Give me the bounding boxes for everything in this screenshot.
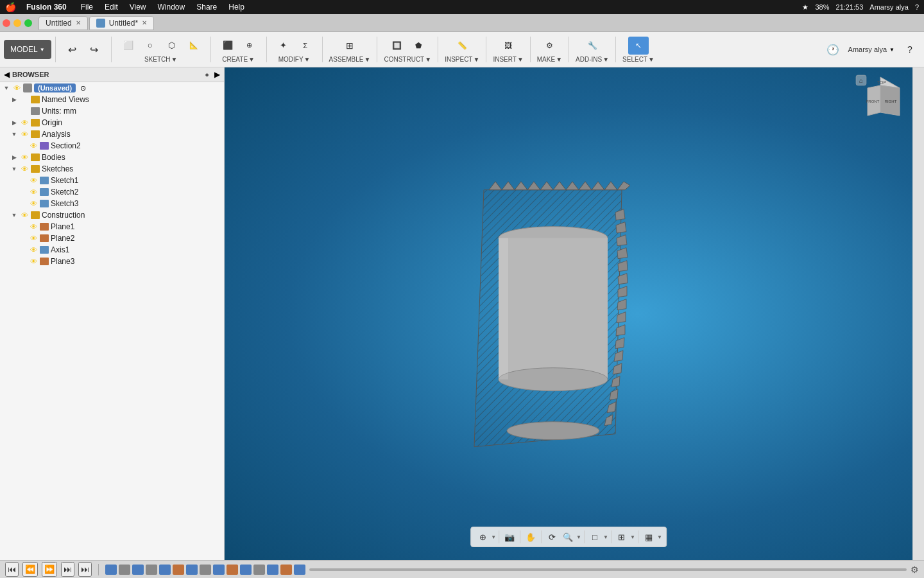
redo-button[interactable]: ↪ [84,40,105,58]
construction-visibility[interactable]: 👁 [20,211,29,220]
tree-item-construction[interactable]: ▼ 👁 Construction [0,209,224,221]
tl-step-2[interactable] [119,565,130,575]
construction-toggle[interactable]: ▼ [10,212,18,218]
tab-active-close-btn[interactable]: ✕ [142,19,147,26]
menu-view[interactable]: View [124,1,151,13]
root-toggle[interactable]: ▼ [3,85,10,91]
make-dropdown-arrow[interactable]: ▼ [556,56,562,63]
sketches-toggle[interactable]: ▼ [10,166,18,172]
inspect-btn-1[interactable]: 📏 [452,37,472,55]
select-btn-1[interactable]: ↖ [628,37,649,55]
plane2-visibility[interactable]: 👁 [29,234,38,243]
assemble-btn-1[interactable]: ⊞ [339,37,360,55]
look-button[interactable]: 📷 [502,529,517,545]
tl-step-11[interactable] [240,565,252,575]
construct-btn-2[interactable]: ⬟ [408,37,429,55]
tl-prev[interactable]: ⏪ [22,562,38,577]
sketch-btn-2[interactable]: ○ [140,37,160,55]
sketch1-visibility[interactable]: 👁 [29,176,38,185]
analysis-visibility[interactable]: 👁 [20,130,29,139]
sketch-btn-1[interactable]: ⬜ [118,37,139,55]
modify-btn-2[interactable]: Σ [295,37,316,55]
named-views-visibility[interactable]: 👁 [20,95,29,104]
tl-step-9[interactable] [213,565,225,575]
nav-cube[interactable]: TOP FRONT RIGHT ⌂ [855,74,906,125]
select-dropdown-arrow[interactable]: ▼ [648,56,654,63]
menu-share[interactable]: Share [191,1,222,13]
timeline-track[interactable] [309,568,907,571]
insert-btn-1[interactable]: 🖼 [498,37,518,55]
window-minimize[interactable] [13,19,21,27]
user-account[interactable]: Amarsy alya [848,46,887,53]
tl-play[interactable]: ⏩ [42,562,57,577]
sketch-dropdown-arrow[interactable]: ▼ [171,56,177,63]
tree-item-bodies[interactable]: ▶ 👁 Bodies [0,152,224,163]
bodies-visibility[interactable]: 👁 [20,153,29,162]
tree-item-analysis[interactable]: ▼ 👁 Analysis [0,128,224,140]
axis1-visibility[interactable]: 👁 [29,245,38,254]
construct-btn-1[interactable]: 🔲 [386,37,407,55]
tl-step-7[interactable] [186,565,198,575]
zoom-dropdown[interactable]: ▼ [576,534,581,540]
tl-step-5[interactable] [159,565,171,575]
tl-step-6[interactable] [173,565,184,575]
origin-visibility[interactable]: 👁 [20,118,29,127]
analysis-toggle[interactable]: ▼ [10,131,18,137]
modify-dropdown-arrow[interactable]: ▼ [304,56,311,63]
tree-item-root[interactable]: ▼ 👁 (Unsaved) ⊙ [0,82,224,94]
tl-step-3[interactable] [132,565,144,575]
grid-button[interactable]: ⊞ [614,529,629,545]
origin-toggle[interactable]: ▶ [10,119,18,126]
display-dropdown[interactable]: ▼ [603,534,608,540]
root-visibility[interactable]: 👁 [12,83,21,92]
sketches-visibility[interactable]: 👁 [20,164,29,173]
addins-btn-1[interactable]: 🔧 [582,37,603,55]
window-close[interactable] [3,19,10,27]
sketch-btn-4[interactable]: 📐 [184,37,204,55]
inspect-dropdown-arrow[interactable]: ▼ [473,56,479,63]
menu-window[interactable]: Window [153,1,191,13]
tab-untitled-active[interactable]: Untitled* ✕ [89,16,154,30]
browser-back-arrow[interactable]: ◀ [4,70,10,79]
tree-item-named-views[interactable]: ▶ 👁 Named Views [0,94,224,105]
tl-step-8[interactable] [200,565,211,575]
create-btn-2[interactable]: ⊕ [239,37,260,55]
tree-item-plane2[interactable]: ▶ 👁 Plane2 [0,232,224,244]
addins-dropdown-arrow[interactable]: ▼ [603,56,609,63]
user-name[interactable]: Amarsy alya [869,3,909,11]
insert-dropdown-arrow[interactable]: ▼ [517,56,524,63]
tab-untitled[interactable]: Untitled ✕ [38,16,88,30]
menu-help[interactable]: Help [223,1,250,13]
create-btn-1[interactable]: ⬛ [218,37,238,55]
tl-skip-start[interactable]: ⏮ [5,562,19,577]
create-dropdown-arrow[interactable]: ▼ [248,56,255,63]
help-icon[interactable]: ? [915,3,919,11]
sketch-btn-3[interactable]: ⬡ [162,37,182,55]
tree-item-section2[interactable]: ▶ 👁 Section2 [0,140,224,152]
env-dropdown[interactable]: ▼ [657,534,662,540]
tree-item-units[interactable]: ▶ 👁 Units: mm [0,105,224,117]
help-button[interactable]: ? [900,40,920,58]
apple-menu[interactable]: 🍎 [5,2,16,12]
tree-item-sketch1[interactable]: ▶ 👁 Sketch1 [0,175,224,186]
sketch2-visibility[interactable]: 👁 [29,188,38,197]
zoom-fit-button[interactable]: ⟳ [544,529,560,545]
tree-item-origin[interactable]: ▶ 👁 Origin [0,117,224,128]
browser-options-button[interactable]: ● [205,71,209,78]
viewport[interactable]: TOP FRONT RIGHT ⌂ ⊕ ▼ 📷 ✋ [225,67,912,560]
orbit-dropdown[interactable]: ▼ [491,534,496,540]
tl-step-12[interactable] [253,565,265,575]
model-mode-button[interactable]: MODEL ▼ [4,40,51,59]
construct-dropdown-arrow[interactable]: ▼ [425,56,431,63]
menu-file[interactable]: File [76,1,98,13]
assemble-dropdown-arrow[interactable]: ▼ [364,56,371,63]
grid-dropdown[interactable]: ▼ [630,534,635,540]
undo-button[interactable]: ↩ [62,40,83,58]
app-name[interactable]: Fusion 360 [21,1,72,13]
history-button[interactable]: 🕐 [823,40,843,58]
tl-step-13[interactable] [267,565,278,575]
tl-step-10[interactable] [227,565,238,575]
env-button[interactable]: ▦ [641,529,656,545]
make-btn-1[interactable]: ⚙ [539,37,560,55]
user-dropdown-arrow[interactable]: ▼ [889,47,894,53]
